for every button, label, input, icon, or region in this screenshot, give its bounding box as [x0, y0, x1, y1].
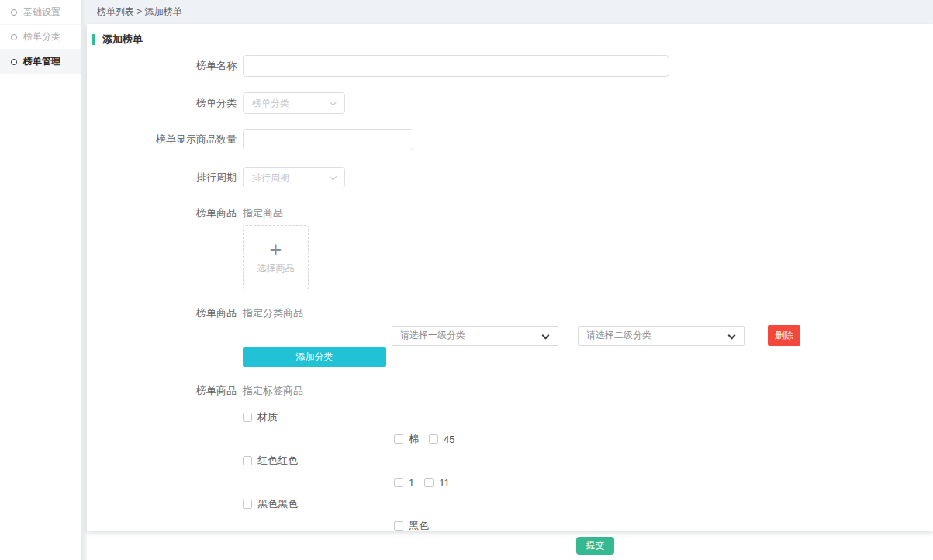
sidebar-divider: [81, 0, 87, 560]
level1-category-select[interactable]: 请选择一级分类: [392, 326, 558, 346]
form-row-display-count: 榜单显示商品数量: [87, 129, 933, 150]
level2-category-select[interactable]: 请选择二级分类: [578, 326, 745, 346]
checkbox[interactable]: [394, 521, 403, 531]
tag-group-name: 红色红色: [257, 454, 298, 468]
tag-options-row: 黑色: [394, 520, 465, 531]
chevron-down-icon: [330, 172, 337, 180]
display-count-label: 榜单显示商品数量: [87, 129, 237, 150]
picker-text: 选择商品: [257, 262, 295, 275]
period-label: 排行周期: [87, 167, 237, 188]
checkbox[interactable]: [243, 413, 252, 422]
sidebar-item-label: 基础设置: [23, 5, 60, 19]
checkbox[interactable]: [424, 478, 434, 487]
plus-icon: +: [270, 240, 282, 260]
add-category-button[interactable]: 添加分类: [243, 347, 386, 367]
form-row-tag-goods: 榜单商品 指定标签商品 材质 棉: [87, 385, 933, 531]
category-select-row: 请选择一级分类 请选择二级分类 删除: [392, 325, 800, 346]
tag-group-name: 材质: [257, 410, 278, 424]
form-row-name: 榜单名称: [87, 55, 933, 77]
tag-group-row: 材质: [243, 412, 465, 423]
submit-button[interactable]: 提交: [576, 537, 614, 555]
form-row-specified-goods: 榜单商品 指定商品 + 选择商品: [87, 207, 933, 289]
tag-options-row: 1 11: [394, 477, 465, 488]
chevron-down-icon: [542, 331, 550, 339]
radio-circle-icon: [11, 9, 17, 16]
checkbox[interactable]: [243, 456, 252, 465]
display-count-input[interactable]: [243, 129, 413, 150]
select-goods-picker[interactable]: + 选择商品: [243, 225, 309, 289]
sidebar-item-label: 榜单管理: [23, 55, 60, 68]
sidebar-item-rank-management[interactable]: 榜单管理: [0, 50, 81, 74]
select-placeholder: 请选择一级分类: [400, 329, 465, 342]
category-label: 榜单分类: [87, 92, 237, 114]
tag-option-label: 棉: [409, 432, 419, 446]
tag-option-label: 1: [409, 477, 414, 489]
category-goods-sublabel: 指定分类商品: [243, 307, 800, 320]
checkbox[interactable]: [394, 478, 403, 487]
tag-options-row: 棉 45: [394, 434, 465, 444]
sidebar-item-label: 榜单分类: [23, 30, 60, 43]
add-rank-form: 榜单名称 榜单分类 榜单分类 榜单显示商品数量: [87, 55, 933, 531]
checkbox[interactable]: [394, 434, 403, 444]
rank-category-select[interactable]: 榜单分类: [243, 92, 345, 114]
specified-goods-sublabel: 指定商品: [243, 207, 309, 220]
form-row-category: 榜单分类 榜单分类: [87, 92, 933, 114]
select-placeholder: 请选择二级分类: [586, 329, 651, 342]
rank-period-select[interactable]: 排行周期: [243, 167, 345, 188]
section-title: 添加榜单: [87, 24, 933, 47]
tag-goods-sublabel: 指定标签商品: [243, 385, 465, 397]
rank-name-input[interactable]: [243, 55, 669, 77]
tag-group-row: 红色红色: [243, 455, 465, 466]
name-label: 榜单名称: [87, 55, 237, 77]
sidebar-item-rank-category[interactable]: 榜单分类: [0, 25, 81, 50]
tag-group-name: 黑色黑色: [257, 497, 298, 511]
delete-category-button[interactable]: 删除: [768, 325, 800, 346]
breadcrumb[interactable]: 榜单列表 > 添加榜单: [87, 0, 933, 24]
title-accent-bar: [92, 34, 95, 45]
tag-option-label: 11: [439, 477, 450, 489]
tag-option-label: 黑色: [409, 519, 429, 531]
select-placeholder: 榜单分类: [252, 97, 289, 110]
tag-option-label: 45: [444, 434, 454, 445]
radio-circle-icon: [11, 34, 17, 40]
form-row-period: 排行周期 排行周期: [87, 167, 933, 188]
tag-group-row: 黑色黑色: [243, 499, 465, 510]
footer-bar: 提交: [87, 531, 933, 560]
select-placeholder: 排行周期: [252, 171, 289, 185]
radio-circle-icon: [11, 59, 17, 65]
goods-label: 榜单商品: [87, 307, 237, 367]
chevron-down-icon: [330, 98, 337, 105]
content-card: 添加榜单 榜单名称 榜单分类 榜单分类: [87, 24, 933, 531]
sidebar: 基础设置 榜单分类 榜单管理: [0, 0, 81, 560]
checkbox[interactable]: [243, 500, 252, 509]
goods-label: 榜单商品: [87, 207, 237, 289]
form-row-category-goods: 榜单商品 指定分类商品 请选择一级分类 请选择二级分类 删除: [87, 307, 933, 367]
chevron-down-icon: [728, 331, 736, 339]
page-title: 添加榜单: [102, 33, 143, 47]
checkbox[interactable]: [429, 434, 438, 444]
goods-label: 榜单商品: [87, 385, 237, 531]
sidebar-item-basic-settings[interactable]: 基础设置: [0, 0, 81, 25]
main-area: 榜单列表 > 添加榜单 添加榜单 榜单名称 榜单分类 榜单分类: [87, 0, 933, 560]
